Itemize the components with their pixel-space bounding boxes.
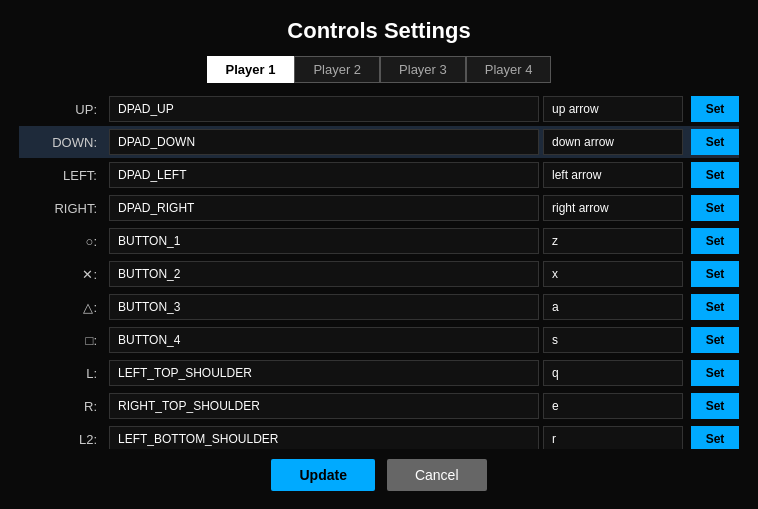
row-label: DOWN: — [19, 135, 109, 150]
set-button[interactable]: Set — [691, 261, 739, 287]
row-key: a — [543, 294, 683, 320]
table-row: DOWN:DPAD_DOWNdown arrowSet — [19, 126, 739, 158]
row-label: △: — [19, 300, 109, 315]
set-button[interactable]: Set — [691, 360, 739, 386]
set-button[interactable]: Set — [691, 393, 739, 419]
controls-table: UP:DPAD_UPup arrowSetDOWN:DPAD_DOWNdown … — [19, 93, 739, 483]
row-key: up arrow — [543, 96, 683, 122]
row-key: x — [543, 261, 683, 287]
player-tab-4[interactable]: Player 4 — [466, 56, 552, 83]
player-tabs: Player 1Player 2Player 3Player 4 — [0, 56, 758, 83]
table-row: LEFT:DPAD_LEFTleft arrowSet — [19, 159, 739, 191]
player-tab-2[interactable]: Player 2 — [294, 56, 380, 83]
row-key: right arrow — [543, 195, 683, 221]
set-button[interactable]: Set — [691, 96, 739, 122]
row-label: ○: — [19, 234, 109, 249]
set-button[interactable]: Set — [691, 195, 739, 221]
set-button[interactable]: Set — [691, 162, 739, 188]
table-row: □:BUTTON_4sSet — [19, 324, 739, 356]
set-button[interactable]: Set — [691, 327, 739, 353]
cancel-button[interactable]: Cancel — [387, 459, 487, 491]
row-label: LEFT: — [19, 168, 109, 183]
table-row: UP:DPAD_UPup arrowSet — [19, 93, 739, 125]
set-button[interactable]: Set — [691, 294, 739, 320]
set-button[interactable]: Set — [691, 129, 739, 155]
table-row: RIGHT:DPAD_RIGHTright arrowSet — [19, 192, 739, 224]
row-key: s — [543, 327, 683, 353]
row-binding: RIGHT_TOP_SHOULDER — [109, 393, 539, 419]
table-row: ✕:BUTTON_2xSet — [19, 258, 739, 290]
row-label: □: — [19, 333, 109, 348]
row-label: R: — [19, 399, 109, 414]
row-binding: DPAD_RIGHT — [109, 195, 539, 221]
table-row: ○:BUTTON_1zSet — [19, 225, 739, 257]
row-binding: DPAD_DOWN — [109, 129, 539, 155]
table-row: L:LEFT_TOP_SHOULDERqSet — [19, 357, 739, 389]
controls-scroll-area[interactable]: UP:DPAD_UPup arrowSetDOWN:DPAD_DOWNdown … — [0, 93, 758, 483]
row-key: left arrow — [543, 162, 683, 188]
row-binding: BUTTON_4 — [109, 327, 539, 353]
table-row: △:BUTTON_3aSet — [19, 291, 739, 323]
row-label: UP: — [19, 102, 109, 117]
row-key: e — [543, 393, 683, 419]
row-binding: DPAD_LEFT — [109, 162, 539, 188]
row-binding: DPAD_UP — [109, 96, 539, 122]
update-button[interactable]: Update — [271, 459, 374, 491]
set-button[interactable]: Set — [691, 228, 739, 254]
row-binding: BUTTON_1 — [109, 228, 539, 254]
row-key: q — [543, 360, 683, 386]
row-binding: BUTTON_2 — [109, 261, 539, 287]
row-key: z — [543, 228, 683, 254]
table-row: R:RIGHT_TOP_SHOULDEReSet — [19, 390, 739, 422]
player-tab-1[interactable]: Player 1 — [207, 56, 295, 83]
bottom-buttons: Update Cancel — [0, 449, 758, 509]
row-label: L: — [19, 366, 109, 381]
row-label: RIGHT: — [19, 201, 109, 216]
row-key: down arrow — [543, 129, 683, 155]
row-label: ✕: — [19, 267, 109, 282]
row-binding: BUTTON_3 — [109, 294, 539, 320]
page-title: Controls Settings — [0, 0, 758, 56]
row-binding: LEFT_TOP_SHOULDER — [109, 360, 539, 386]
row-label: L2: — [19, 432, 109, 447]
player-tab-3[interactable]: Player 3 — [380, 56, 466, 83]
